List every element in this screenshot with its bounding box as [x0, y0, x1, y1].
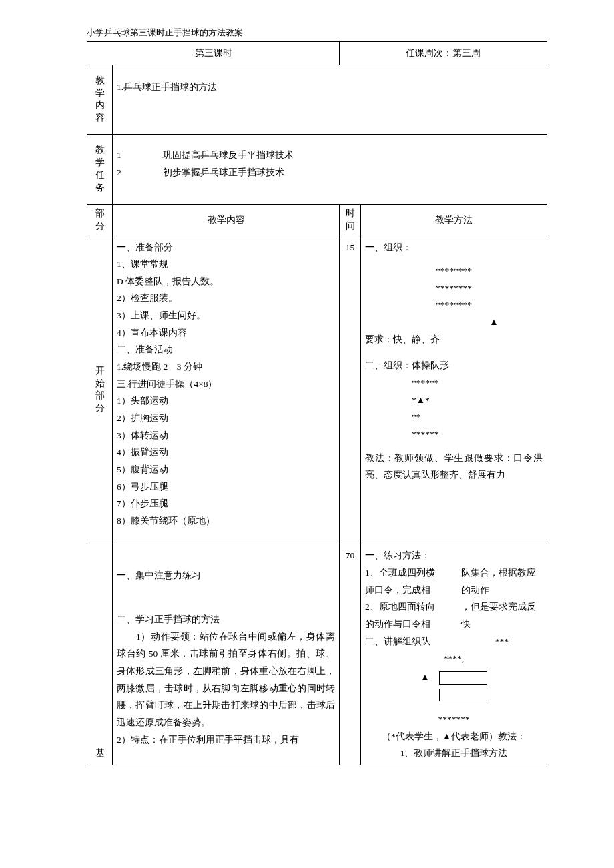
learn-forehand-heading: 二、学习正手挡球的方法: [117, 611, 335, 628]
line-jog: 1.绕场慢跑 2—3 分钟: [117, 358, 335, 376]
practice-method-heading: 一、练习方法：: [365, 547, 543, 564]
start-part-content: 一、准备部分 1、课堂常规 D 体委整队，报告人数。 2）检查服装。 3）上课、…: [113, 236, 340, 544]
ex-chest: 2）扩胸运动: [117, 410, 335, 427]
start-part-time: 15: [340, 236, 361, 544]
start-part-method: 一、组织： ******** ******** ******** ▲ 要求：快、…: [361, 236, 547, 544]
m-l4a: 的动作与口令相: [365, 616, 461, 633]
formation-row-3: ********: [365, 296, 543, 314]
m-l3a: 2、原地四面转向: [365, 598, 461, 616]
line-formation: D 体委整队，报告人数。: [117, 273, 335, 290]
formation2-row-2: *▲*: [365, 392, 543, 409]
warmup-heading: 二、准备活动: [117, 341, 335, 358]
teach-week-cell: 任课周次：第三周: [340, 42, 547, 65]
ex-back: 5）腹背运动: [117, 461, 335, 478]
teaching-task-row: 教 学 任 务 1 .巩固提高乒乓球反手平挡球技术 2 .初步掌握乒乓球正手挡球…: [87, 135, 547, 205]
requirement-1: 要求：快、静、齐: [365, 331, 543, 348]
formation3-teacher-row: ▲: [365, 671, 543, 705]
header-row: 第三课时 任课周次：第三周: [87, 42, 547, 65]
content-item: 1.乒乓球正手挡球的方法: [117, 79, 543, 96]
m-l4b: 快: [461, 616, 543, 633]
formation3-row-1: ****,: [365, 650, 543, 667]
teaching-content-row: 教 学 内 容 1.乒乓球正手挡球的方法: [87, 65, 547, 135]
teaching-note: 教法：教师领做、学生跟做要求：口令洪亮、态度认真队形整齐、舒展有力: [365, 450, 543, 484]
start-part-label: 开 始 部 分: [87, 236, 113, 544]
basic-part-content: 一、集中注意力练习 二、学习正手挡球的方法 1）动作要领：站位在球台中间或偏左，…: [113, 544, 340, 765]
formation-row-1: ********: [365, 262, 543, 280]
teach-method-1: 1、教师讲解正手挡球方法: [365, 745, 543, 762]
basic-part-time: 70: [340, 544, 361, 765]
characteristics: 2）特点：在正手位利用正手平挡击球，具有: [117, 731, 335, 749]
teaching-task-label: 教 学 任 务: [87, 135, 113, 205]
line-greeting: 3）上课、师生问好。: [117, 307, 335, 324]
teacher-triangle-icon: ▲: [365, 314, 543, 331]
org-heading-1: 一、组织：: [365, 239, 543, 256]
start-part-row: 开 始 部 分 一、准备部分 1、课堂常规 D 体委整队，报告人数。 2）检查服…: [87, 236, 547, 544]
formation2-row-3: **: [365, 408, 543, 426]
explain-org-heading: 二、讲解组织队: [365, 633, 461, 650]
ex-split: 7）仆步压腿: [117, 495, 335, 512]
line-dress: 2）检查服装。: [117, 290, 335, 307]
routine-heading: 1、课堂常规: [117, 256, 335, 273]
basic-part-method: 一、练习方法： 1、全班成四列横 队集合，根据教应 师口令，完成相 的动作 2、…: [361, 544, 547, 765]
ex-head: 1）头部运动: [117, 392, 335, 410]
ex-arm: 4）振臂运动: [117, 444, 335, 461]
prep-heading: 一、准备部分: [117, 239, 335, 256]
teaching-task-value: 1 .巩固提高乒乓球反手平挡球技术 2 .初步掌握乒乓球正手挡球技术: [113, 135, 547, 205]
col-method-header: 教学方法: [361, 204, 547, 236]
formation-row-2: ********: [365, 280, 543, 297]
lesson-period-cell: 第三课时: [87, 42, 340, 65]
formation2-row-1: ******: [365, 374, 543, 392]
ex-lunge: 6）弓步压腿: [117, 478, 335, 496]
task-line-1: .巩固提高乒乓球反手平挡球技术: [127, 147, 294, 164]
m-l1b: 队集合，根据教应: [461, 564, 543, 582]
focus-practice-heading: 一、集中注意力练习: [117, 567, 335, 584]
lesson-plan-table: 第三课时 任课周次：第三周 教 学 内 容 1.乒乓球正手挡球的方法 教 学 任…: [87, 41, 547, 765]
formation2-row-4: ******: [365, 426, 543, 443]
m-h2b: ***: [461, 633, 543, 650]
line-announce: 4）宣布本课内容: [117, 324, 335, 342]
column-header-row: 部分 教学内容 时间 教学方法: [87, 204, 547, 236]
ex-knee: 8）膝关节绕环（原地）: [117, 512, 335, 530]
col-time-header: 时间: [340, 204, 361, 236]
task-num-1: 1: [117, 147, 127, 164]
ex-twist: 3）体转运动: [117, 427, 335, 444]
formation3-row-2: *******: [365, 711, 543, 728]
basic-part-label: 基: [87, 544, 113, 765]
teacher-triangle-icon-2: ▲: [420, 671, 429, 683]
m-l2b: 的动作: [461, 582, 543, 599]
action-essentials: 1）动作要领：站位在球台中间或偏左，身体离球台约 50 厘米，击球前引拍至身体右…: [117, 628, 335, 731]
document-title: 小学乒乓球第三课时正手挡球的方法教案: [87, 27, 547, 39]
m-l1a: 1、全班成四列横: [365, 564, 461, 582]
m-l2a: 师口令，完成相: [365, 582, 461, 599]
col-content-header: 教学内容: [113, 204, 340, 236]
teaching-content-value: 1.乒乓球正手挡球的方法: [113, 65, 547, 135]
legend-note: （*代表学生，▲代表老师）教法：: [365, 728, 543, 745]
exercise-heading: 三.行进间徒手操（4×8）: [117, 376, 335, 393]
box-icon-2: [439, 689, 487, 701]
box-icon-1: [439, 671, 487, 685]
teaching-content-label: 教 学 内 容: [87, 65, 113, 135]
m-l3b: ，但是要求完成反: [461, 598, 543, 616]
basic-part-row: 基 一、集中注意力练习 二、学习正手挡球的方法 1）动作要领：站位在球台中间或偏…: [87, 544, 547, 765]
task-num-2: 2: [117, 164, 127, 181]
col-part-header: 部分: [87, 204, 113, 236]
task-line-2: .初步掌握乒乓球正手挡球技术: [127, 164, 294, 181]
org-heading-2: 二、组织：体操队形: [365, 357, 543, 374]
